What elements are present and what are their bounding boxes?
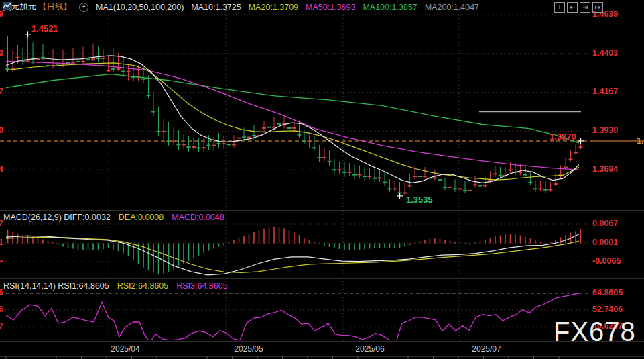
high-price-annotation: 1.4521 [31, 23, 58, 34]
trading-chart-window: 美元加元 【日线】 + MA1(10,20,50,100,200) MA10:1… [0, 0, 644, 359]
chart-type-icon[interactable] [3, 1, 12, 11]
rsi2-value: RSI2:64.8605 [117, 281, 168, 291]
y-axis-label: 1.3694 [592, 164, 618, 174]
y-axis-label: 0.0001 [592, 238, 618, 247]
pan-icon[interactable]: + [554, 2, 565, 13]
x-axis-label: 2025/05 [234, 344, 263, 354]
y-axis-label: 1.4167 [592, 87, 618, 96]
ma200-value: MA200:1.4047 [425, 3, 479, 12]
y-axis-label-clipped: 52.7406 [0, 305, 3, 314]
main-chart-header: 美元加元 【日线】 + MA1(10,20,50,100,200) MA10:1… [3, 1, 479, 13]
rsi-header: RSI(14,14,14) RSI1:64.8605 RSI2:64.8605 … [3, 281, 228, 291]
y-axis-label: 52.7406 [592, 305, 623, 314]
y-axis-label: -0.0065 [592, 256, 621, 266]
ma100-value: MA100:1.3857 [363, 3, 417, 12]
rsi1-value: RSI(14,14,14) RSI1:64.8605 [3, 281, 109, 291]
y-axis-label: 1.3930 [592, 125, 618, 135]
scale-right-icon[interactable]: ⇥ [580, 2, 590, 13]
shift-right-icon[interactable]: ↦ [592, 2, 603, 13]
y-axis-label-clipped: 1.4403 [0, 48, 3, 58]
low-price-annotation: 1.3535 [406, 195, 433, 205]
chart-toolbar: + ⇤ ⇥ ↦ [554, 2, 603, 13]
macd-hist-value: MACD:0.0048 [172, 213, 224, 222]
x-axis-label: 2025/07 [472, 344, 501, 354]
macd-header: MACD(26,12,9) DIFF:0.0032 DEA:0.0008 MAC… [3, 213, 224, 222]
y-axis-label-clipped: -0.0065 [0, 256, 3, 266]
ma10-value: MA10:1.3725 [191, 3, 241, 12]
chart-canvas[interactable] [0, 0, 644, 359]
macd-dea-value: DEA:0.0008 [119, 213, 164, 222]
y-axis-label: 64.8605 [592, 288, 623, 297]
y-axis-label-clipped: 1.3930 [0, 125, 3, 135]
y-axis-label-clipped: 0.0001 [0, 238, 3, 247]
y-axis-label: 1.4403 [592, 48, 618, 58]
fx678-watermark: FX678 [554, 317, 636, 347]
last-price-annotation: 1.3870 [550, 132, 576, 142]
ma-group-label: MA1(10,20,50,100,200) [96, 3, 184, 12]
macd-diff-value: MACD(26,12,9) DIFF:0.0032 [3, 213, 111, 222]
y-axis-label: 0.0067 [592, 219, 618, 228]
period-label: 【日线】 [38, 1, 72, 13]
add-indicator-icon[interactable]: + [79, 3, 88, 12]
ma50-value: MA50:1.3693 [306, 3, 355, 12]
y-axis-label-clipped: 1.4167 [0, 87, 3, 96]
ma20-value: MA20:1.3709 [249, 3, 298, 12]
x-axis-label: 2025/04 [111, 344, 139, 354]
x-axis-label: 2025/06 [355, 344, 384, 354]
y-axis-label-clipped: 40.6207 [0, 321, 3, 331]
y-axis-label-clipped: 1.3694 [0, 164, 3, 174]
last-price-axis-tag: 1.3870 [637, 136, 644, 146]
rsi3-value: RSI3:64.8605 [176, 281, 227, 291]
scale-left-icon[interactable]: ⇤ [567, 2, 578, 13]
